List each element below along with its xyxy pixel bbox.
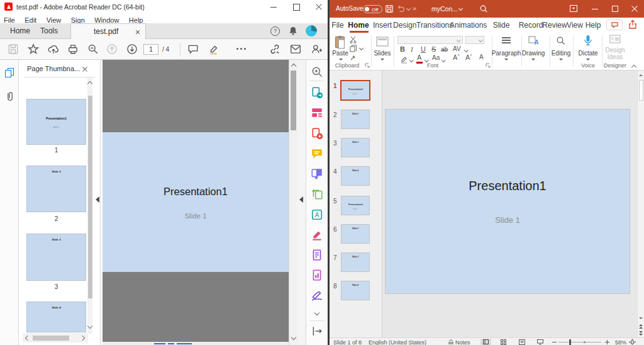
- drawing-button[interactable]: Drawing: [519, 50, 547, 57]
- font-color-button[interactable]: A: [417, 54, 421, 61]
- pdf-thumbnail-1[interactable]: Presentation1 Slide 1: [26, 99, 86, 145]
- share-link-icon[interactable]: [269, 43, 280, 55]
- comments-button[interactable]: [606, 20, 623, 30]
- ppt-thumbnail-4[interactable]: Slide 4: [341, 166, 370, 186]
- text-highlight-icon[interactable]: [400, 55, 408, 64]
- change-case-button[interactable]: Aa: [432, 54, 440, 61]
- collapse-right-pane-icon[interactable]: [299, 196, 303, 203]
- pdf-thumbnail-2[interactable]: Slide 2: [26, 166, 86, 212]
- clipboard-dialog-launcher-icon[interactable]: [365, 63, 370, 68]
- change-case-dropdown-icon[interactable]: [441, 58, 445, 62]
- expand-tools-pane-icon[interactable]: [311, 325, 323, 337]
- ppt-scrollbar[interactable]: [637, 71, 644, 337]
- fill-sign-icon[interactable]: [311, 289, 323, 302]
- scroll-down-icon[interactable]: [639, 317, 643, 319]
- bold-button[interactable]: B: [400, 45, 405, 53]
- attachments-paperclip-icon[interactable]: [5, 91, 14, 102]
- ppt-tab-help[interactable]: Help: [584, 18, 602, 33]
- thumbnails-scrollbar-thumb[interactable]: [88, 96, 92, 298]
- ppt-tab-transitions[interactable]: Transitions: [416, 18, 449, 33]
- pdf-scrollbar-thumb[interactable]: [291, 71, 296, 130]
- ppt-thumbnail-5[interactable]: Presentation1 Slide 1: [341, 196, 370, 215]
- dictate-dropdown-icon[interactable]: [586, 59, 590, 60]
- page-thumbnails-panel-icon[interactable]: [5, 68, 14, 77]
- notes-button[interactable]: Notes: [455, 339, 470, 345]
- acrobat-close-button[interactable]: [309, 0, 328, 14]
- next-slide-icon[interactable]: [639, 331, 643, 333]
- reading-view-button[interactable]: [519, 339, 525, 345]
- acrobat-maximize-button[interactable]: [287, 0, 306, 14]
- zoom-out-icon[interactable]: [87, 43, 99, 55]
- share-button[interactable]: [628, 20, 639, 30]
- zoom-slider-track[interactable]: [558, 342, 601, 342]
- previous-page-icon[interactable]: [106, 43, 118, 55]
- ppt-tab-review[interactable]: Review: [542, 18, 567, 33]
- search-tools-icon[interactable]: [311, 65, 323, 78]
- comment-icon[interactable]: [187, 43, 199, 55]
- slide-sorter-view-button[interactable]: [501, 339, 506, 345]
- tab-tools[interactable]: Tools: [40, 26, 58, 35]
- drawing-dropdown-icon[interactable]: [531, 59, 535, 60]
- favorites-star-icon[interactable]: [28, 43, 39, 55]
- protect-pdf-icon[interactable]: [311, 249, 323, 261]
- underline-button[interactable]: U: [421, 45, 426, 53]
- thumbnails-scrollbar[interactable]: [87, 77, 92, 334]
- create-pdf-icon[interactable]: [311, 127, 323, 140]
- font-size-select[interactable]: [465, 36, 484, 44]
- thumbnails-hscrollbar[interactable]: [23, 333, 88, 342]
- paragraph-dropdown-icon[interactable]: [504, 59, 508, 60]
- ppt-tab-slideshow[interactable]: Slide Show: [484, 18, 518, 33]
- font-dialog-launcher-icon[interactable]: [486, 63, 491, 68]
- scan-ocr-icon[interactable]: [311, 269, 323, 281]
- clear-formatting-button[interactable]: A: [479, 54, 484, 60]
- edit-pdf-icon[interactable]: [311, 106, 323, 119]
- collapse-ribbon-icon[interactable]: [631, 65, 636, 70]
- ppt-thumbnail-6[interactable]: Slide 2: [341, 224, 370, 244]
- ppt-slide-title[interactable]: Presentation1: [386, 179, 630, 193]
- font-color-dropdown-icon[interactable]: [425, 58, 428, 62]
- copy-icon[interactable]: [350, 45, 357, 52]
- slideshow-view-button[interactable]: [537, 339, 543, 345]
- help-icon[interactable]: ?: [270, 26, 280, 36]
- compress-pdf-icon[interactable]: A: [311, 208, 323, 221]
- fit-slide-to-window-button[interactable]: [629, 339, 636, 345]
- zoom-slider-thumb[interactable]: [569, 339, 571, 345]
- ppt-thumbnail-8[interactable]: Slide 4: [341, 281, 370, 300]
- format-painter-icon[interactable]: [350, 54, 357, 61]
- zoom-level-label[interactable]: 58%: [615, 339, 626, 345]
- ppt-thumbnail-1[interactable]: Presentation1 Slide 1: [340, 80, 370, 101]
- thumbnails-hscrollbar-thumb[interactable]: [33, 336, 69, 341]
- editing-button[interactable]: Editing: [550, 50, 572, 57]
- notifications-bell-icon[interactable]: [288, 26, 298, 36]
- ppt-tab-file[interactable]: File: [330, 18, 345, 33]
- char-spacing-dropdown-icon[interactable]: [464, 48, 468, 52]
- paste-dropdown-icon[interactable]: [339, 59, 343, 60]
- cut-icon[interactable]: [350, 36, 357, 43]
- dictate-button[interactable]: Dictate: [576, 50, 600, 57]
- redact-icon[interactable]: [311, 229, 323, 241]
- font-name-select[interactable]: [397, 36, 463, 44]
- tab-close-icon[interactable]: [135, 30, 140, 35]
- thumbnails-panel-close-icon[interactable]: [82, 66, 87, 72]
- copy-dropdown-icon[interactable]: [359, 46, 364, 50]
- ppt-thumbnail-7[interactable]: Slide 3: [341, 252, 370, 272]
- ppt-thumbnail-2[interactable]: Slide 2: [341, 110, 370, 129]
- paste-button[interactable]: Paste: [330, 50, 351, 57]
- language-button[interactable]: English (United States): [369, 339, 426, 345]
- export-pdf-icon[interactable]: [311, 86, 323, 99]
- slides-button[interactable]: Slides: [369, 50, 396, 57]
- char-strike-icon[interactable]: ab: [441, 46, 448, 53]
- collapse-left-pane-icon[interactable]: [96, 196, 99, 203]
- pdf-scrollbar[interactable]: [289, 60, 297, 345]
- grow-font-button[interactable]: Aˆ: [453, 54, 460, 61]
- strikethrough-button[interactable]: S: [431, 45, 436, 53]
- char-spacing-button[interactable]: AV: [453, 45, 461, 52]
- comment-tool-icon[interactable]: [311, 147, 323, 160]
- ppt-scrollbar-thumb[interactable]: [639, 80, 643, 101]
- zoom-out-button[interactable]: [552, 342, 557, 342]
- profile-add-icon[interactable]: [311, 43, 322, 55]
- combine-files-icon[interactable]: [311, 167, 323, 180]
- editing-dropdown-icon[interactable]: [559, 59, 563, 60]
- pdf-thumbnail-4[interactable]: Slide 4: [26, 302, 86, 332]
- paste-icon[interactable]: [334, 35, 346, 49]
